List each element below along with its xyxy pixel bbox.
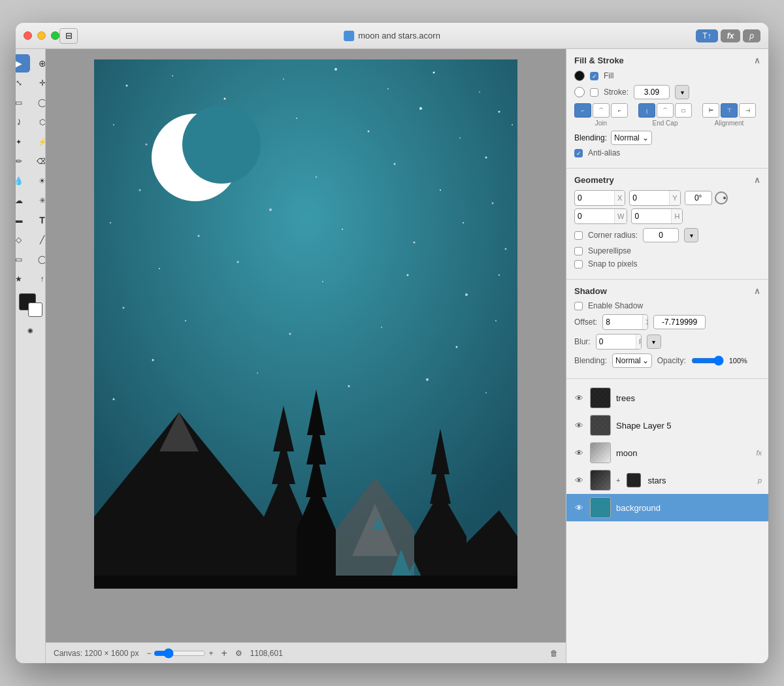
canvas-wrapper[interactable]: [46, 49, 566, 642]
w-input[interactable]: [575, 212, 614, 221]
layer-moon-visibility[interactable]: 👁: [573, 447, 585, 459]
fill-color-swatch[interactable]: [574, 71, 585, 81]
eraser-tool[interactable]: ⌫: [31, 152, 46, 171]
corner-radius-dropdown[interactable]: ▾: [684, 228, 698, 242]
color-indicator[interactable]: [19, 293, 42, 317]
blur-dropdown[interactable]: ▾: [647, 335, 661, 349]
corner-radius-checkbox[interactable]: [574, 231, 583, 240]
angle-dial[interactable]: [715, 191, 728, 204]
offset-y-input[interactable]: [653, 315, 706, 329]
svg-point-8: [433, 72, 435, 74]
corner-radius-input[interactable]: [643, 228, 679, 242]
main-canvas[interactable]: [94, 59, 517, 589]
enable-shadow-checkbox[interactable]: [574, 302, 583, 310]
stamp-tool[interactable]: ✳: [31, 191, 46, 210]
join-bevel-btn[interactable]: ⌐: [611, 103, 628, 118]
layer-trees-visibility[interactable]: 👁: [573, 392, 585, 404]
join-round-btn[interactable]: ⌒: [593, 103, 610, 118]
angle-input[interactable]: [685, 191, 712, 205]
join-miter-btn[interactable]: ⌐: [574, 103, 591, 118]
y-input[interactable]: [630, 193, 669, 203]
poly-lasso-tool[interactable]: ⬡: [31, 113, 46, 131]
align-outside-btn[interactable]: ⊣: [739, 103, 756, 118]
close-button[interactable]: [24, 31, 32, 40]
shadow-blending-select[interactable]: Normal ⌄: [612, 353, 652, 368]
layer-stars-visibility[interactable]: 👁: [573, 474, 585, 486]
marquee-rect-tool[interactable]: ▭: [16, 93, 30, 112]
crop-tool[interactable]: ⤡: [16, 74, 30, 92]
stroke-width-input[interactable]: [634, 85, 670, 99]
p-btn[interactable]: p: [743, 29, 760, 42]
svg-point-33: [322, 281, 323, 282]
layer-stars[interactable]: 👁 + stars p: [566, 466, 768, 494]
fill-tool[interactable]: 💧: [16, 172, 30, 190]
trash-icon[interactable]: 🗑: [550, 649, 558, 658]
background-color[interactable]: [28, 302, 42, 317]
layer-trees[interactable]: 👁 trees: [566, 384, 768, 412]
endcap-square-btn[interactable]: □: [675, 103, 692, 118]
line-tool[interactable]: ╱: [31, 231, 46, 249]
zoom-in-icon[interactable]: +: [208, 649, 213, 658]
offset-x-input[interactable]: [603, 318, 642, 327]
default-colors-btn[interactable]: ◉: [20, 321, 42, 339]
marquee-ellipse-tool[interactable]: ◯: [31, 93, 46, 112]
arrow-shape-tool[interactable]: ↑: [31, 270, 46, 288]
svg-point-14: [368, 131, 370, 133]
star-shape-tool[interactable]: ★: [16, 270, 30, 288]
align-inside-btn[interactable]: ⊢: [702, 103, 719, 118]
endcap-round-btn[interactable]: ⌒: [657, 103, 674, 118]
stroke-color-swatch[interactable]: [574, 87, 585, 97]
align-center-btn[interactable]: ⊤: [721, 103, 738, 118]
fill-checkbox[interactable]: [590, 72, 598, 80]
layer-background[interactable]: 👁 background: [566, 494, 768, 521]
h-input[interactable]: [632, 212, 671, 221]
text-tool[interactable]: T: [31, 211, 46, 229]
blending-select[interactable]: Normal ⌄: [611, 131, 652, 145]
zoom-slider[interactable]: [154, 648, 206, 659]
shadow-collapse[interactable]: ∧: [754, 286, 760, 296]
select-tool[interactable]: ▶: [16, 54, 30, 73]
gradient-tool[interactable]: ▬: [16, 211, 30, 229]
layer-shape5-visibility[interactable]: 👁: [573, 419, 585, 431]
layer-shape5[interactable]: 👁 Shape Layer 5: [566, 412, 768, 439]
stroke-dropdown-btn[interactable]: ▾: [675, 85, 689, 99]
fill-stroke-collapse[interactable]: ∧: [754, 56, 760, 65]
fx-btn[interactable]: fx: [721, 29, 741, 42]
brush-tool[interactable]: ✏: [16, 152, 30, 171]
titlebar-buttons: T↑ fx p: [696, 29, 760, 42]
swap-colors-btn[interactable]: ⇄: [16, 321, 18, 339]
stroke-checkbox[interactable]: [590, 88, 598, 97]
maximize-button[interactable]: [51, 31, 59, 40]
sidebar-toggle[interactable]: ⊟: [59, 28, 78, 44]
eyedropper-tool[interactable]: ☀: [31, 172, 46, 190]
pen-tool[interactable]: ◇: [16, 231, 30, 249]
geometry-collapse[interactable]: ∧: [754, 175, 760, 185]
svg-marker-69: [466, 510, 517, 589]
blur-input[interactable]: [596, 337, 636, 346]
x-input[interactable]: [575, 193, 614, 203]
snap-pixels-checkbox[interactable]: [574, 260, 583, 269]
svg-point-50: [182, 105, 261, 184]
svg-point-19: [139, 189, 141, 191]
ellipse-shape-tool[interactable]: ◯: [31, 250, 46, 269]
gear-icon[interactable]: ⚙: [235, 649, 242, 658]
magic-wand-tool[interactable]: ✦: [16, 133, 30, 151]
minimize-button[interactable]: [37, 31, 46, 40]
opacity-slider[interactable]: [691, 355, 724, 366]
zoom-out-icon[interactable]: −: [146, 649, 151, 658]
color-select-tool[interactable]: ⚡: [31, 133, 46, 151]
rect-shape-tool[interactable]: ▭: [16, 250, 30, 269]
add-layer-btn[interactable]: +: [221, 647, 227, 659]
layer-moon-fx: fx: [756, 449, 762, 457]
superellipse-checkbox[interactable]: [574, 247, 583, 255]
antialias-checkbox[interactable]: [574, 149, 583, 157]
transform-tool[interactable]: ✛: [31, 74, 46, 92]
text-tool-btn[interactable]: T↑: [696, 29, 717, 42]
layer-background-visibility[interactable]: 👁: [573, 502, 585, 514]
svg-point-10: [498, 111, 500, 113]
layer-moon[interactable]: 👁 moon fx: [566, 439, 768, 466]
cloud-tool[interactable]: ☁: [16, 191, 30, 210]
zoom-tool[interactable]: ⊕: [31, 54, 46, 73]
endcap-butt-btn[interactable]: |: [638, 103, 655, 118]
lasso-tool[interactable]: ⤸: [16, 113, 30, 131]
